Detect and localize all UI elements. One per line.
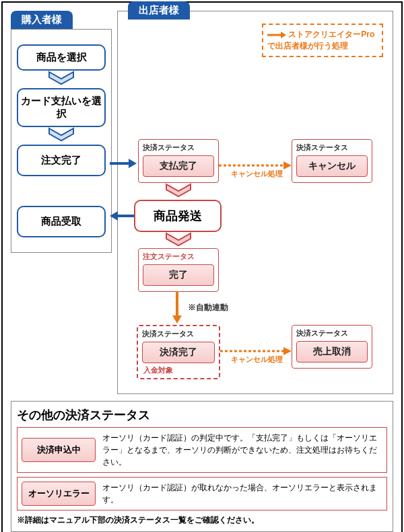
pay-done-badge: 支払完了 (143, 155, 214, 177)
other-status-title: その他の決済ステータス (17, 407, 387, 423)
status-pay-done: 決済ステータス 支払完了 (138, 139, 219, 183)
buyer-body: 商品を選択 カード支払いを選択 注文完了 商品受取 (11, 29, 112, 253)
buyer-step-order-complete: 注文完了 (17, 145, 106, 176)
buyer-step-select-product: 商品を選択 (17, 44, 106, 71)
seller-column: 出店者様 ストアクリエイターProで出店者様が行う処理 決済ステータス 支払完了… (117, 11, 393, 394)
legend-box: ストアクリエイターProで出店者様が行う処理 (262, 24, 383, 57)
status-label: 決済ステータス (142, 329, 215, 339)
buyer-step-receive: 商品受取 (17, 206, 106, 237)
cancel-proc-label-2: キャンセル処理 (231, 354, 283, 365)
complete-badge: 完了 (143, 264, 214, 286)
applying-badge: 決済申込中 (22, 438, 96, 462)
status-row-applying: 決済申込中 オーソリ（カード認証）の判定中です。「支払完了」もしくは「オーソリエ… (17, 427, 387, 473)
arrow-right-icon (110, 158, 137, 169)
status-sales-cancel: 決済ステータス 売上取消 (292, 325, 372, 369)
status-row-auth-error: オーソリエラー オーソリ（カード認証）が取れなかった場合、オーソリエラーと表示さ… (17, 477, 387, 510)
buyer-column: 購入者様 商品を選択 カード支払いを選択 注文完了 商品受取 (11, 11, 112, 394)
status-cancel: 決済ステータス キャンセル (292, 139, 372, 183)
status-label: 決済ステータス (296, 143, 368, 153)
status-settle-done: 決済ステータス 決済完了 入金対象 (137, 325, 220, 379)
flow-area: 購入者様 商品を選択 カード支払いを選択 注文完了 商品受取 出店者様 ストアク… (11, 11, 393, 394)
arrow-down-icon (172, 291, 182, 324)
cancel-badge: キャンセル (296, 155, 368, 177)
applying-text: オーソリ（カード認証）の判定中です。「支払完了」もしくは「オーソリエラー」となる… (102, 432, 382, 468)
ship-box: 商品発送 (134, 200, 222, 232)
status-label: 決済ステータス (143, 143, 214, 153)
cancel-proc-label: キャンセル処理 (231, 169, 283, 179)
status-order-complete: 注文ステータス 完了 (138, 248, 219, 292)
settle-done-badge: 決済完了 (142, 342, 215, 363)
chevron-down-icon (165, 232, 192, 247)
auth-error-badge: オーソリエラー (22, 482, 96, 506)
bottom-note: ※詳細はマニュアル下部の決済ステータス一覧をご確認ください。 (17, 515, 387, 526)
chevron-down-icon (17, 71, 106, 88)
status-label: 決済ステータス (296, 328, 368, 338)
chevron-down-icon (165, 183, 192, 198)
arrow-left-icon (110, 211, 134, 221)
auth-error-text: オーソリ（カード認証）が取れなかった場合、オーソリエラーと表示されます。 (102, 482, 382, 506)
order-status-label: 注文ステータス (143, 252, 214, 262)
buyer-header: 購入者様 (11, 11, 73, 29)
sales-cancel-badge: 売上取消 (296, 341, 368, 363)
diagram-page: 購入者様 商品を選択 カード支払いを選択 注文完了 商品受取 出店者様 ストアク… (1, 1, 403, 532)
auto-link-label: ※自動連動 (188, 302, 228, 313)
chevron-down-icon (17, 127, 106, 145)
buyer-step-card-payment: カード支払いを選択 (17, 88, 106, 127)
deposit-target-label: 入金対象 (143, 365, 173, 375)
other-status-panel: その他の決済ステータス 決済申込中 オーソリ（カード認証）の判定中です。「支払完… (11, 401, 393, 532)
seller-header: 出店者様 (128, 1, 190, 20)
